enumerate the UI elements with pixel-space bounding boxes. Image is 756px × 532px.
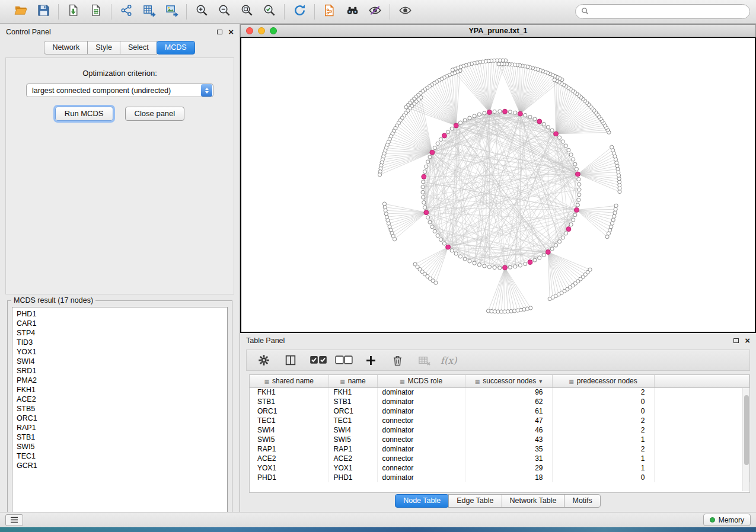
close-panel-button[interactable]: Close panel [125, 107, 185, 121]
share-document-button[interactable] [319, 3, 340, 21]
float-panel-icon[interactable] [217, 30, 222, 34]
table-toolbar: f(x) [246, 350, 750, 371]
table-row[interactable]: ACE2ACE2connector311 [250, 454, 749, 463]
list-item[interactable]: ACE2 [12, 395, 227, 404]
column-header-label: shared name [272, 377, 314, 385]
import-network-button[interactable] [63, 3, 84, 21]
table-row[interactable]: YOX1YOX1connector291 [250, 463, 749, 473]
sort-indicator-icon: ▾ [539, 378, 542, 384]
run-mcds-button[interactable]: Run MCDS [55, 107, 113, 121]
save-session-button[interactable] [33, 3, 54, 21]
apply-layout-button[interactable] [289, 3, 310, 21]
export-network-button[interactable] [116, 3, 137, 21]
table-row[interactable]: FKH1FKH1dominator962 [250, 387, 749, 397]
column-header-label: predecessor nodes [577, 377, 637, 385]
close-panel-icon[interactable]: × [228, 29, 234, 35]
tab-network-table[interactable]: Network Table [502, 494, 565, 508]
criterion-select[interactable]: largest connected component (undirected) [26, 84, 213, 97]
network-canvas[interactable] [240, 37, 756, 333]
zoom-selected-icon [263, 4, 276, 20]
close-table-panel-icon[interactable]: × [745, 338, 750, 344]
tab-mcds[interactable]: MCDS [157, 41, 195, 55]
list-item[interactable]: SWI4 [12, 357, 227, 366]
list-item[interactable]: ORC1 [12, 414, 227, 423]
list-item[interactable]: PMA2 [12, 376, 227, 385]
search-field-container [575, 4, 750, 19]
binoculars-button[interactable] [342, 3, 363, 21]
list-item[interactable]: SRD1 [12, 366, 227, 376]
mcds-result-list[interactable]: PHD1CAR1STP4TID3YOX1SWI4SRD1PMA2FKH1ACE2… [12, 307, 228, 515]
table-row[interactable]: RAP1RAP1dominator352 [250, 444, 749, 454]
main-toolbar [0, 0, 756, 24]
tab-select[interactable]: Select [120, 41, 157, 55]
table-row[interactable]: PHD1PHD1dominator180 [250, 473, 749, 482]
zoom-in-button[interactable] [191, 3, 212, 21]
list-item[interactable]: GCR1 [12, 461, 227, 470]
eye-button[interactable] [394, 3, 416, 21]
add-column-icon[interactable] [362, 352, 379, 368]
import-table-button[interactable] [85, 3, 107, 21]
column-header-MCDS-role[interactable]: ▦MCDS role [377, 375, 465, 387]
export-table-icon [142, 4, 156, 20]
table-scrollbar[interactable] [742, 388, 749, 491]
zoom-fit-button[interactable] [236, 3, 257, 21]
column-header-name[interactable]: ▦name [328, 375, 377, 387]
gear-icon[interactable] [255, 352, 273, 368]
open-file-button[interactable] [10, 3, 31, 21]
export-image-icon [165, 4, 178, 20]
import-network-icon [67, 4, 81, 20]
export-image-button[interactable] [161, 3, 182, 21]
list-item[interactable]: STB5 [12, 404, 227, 414]
save-session-icon [37, 4, 50, 20]
list-item[interactable]: STP4 [12, 328, 227, 338]
desktop-background [0, 527, 756, 532]
import-table-icon [90, 4, 103, 20]
table-row[interactable]: ORC1ORC1dominator610 [250, 406, 749, 416]
table-row[interactable]: TEC1TEC1connector472 [250, 416, 749, 425]
tab-style[interactable]: Style [87, 41, 120, 55]
float-table-panel-icon[interactable] [733, 338, 739, 343]
toggle-graphics-details-button[interactable] [364, 3, 385, 21]
network-window-titlebar[interactable]: YPA_prune.txt_1 [240, 24, 756, 37]
application-window: Control Panel × NetworkStyleSelectMCDS O… [0, 0, 756, 532]
table-panel-title: Table Panel [246, 336, 285, 345]
deselect-all-rows-icon[interactable] [335, 352, 353, 368]
search-icon [581, 7, 592, 17]
list-item[interactable]: SWI5 [12, 442, 227, 451]
memory-button[interactable]: Memory [703, 514, 751, 526]
trash-icon[interactable] [388, 352, 406, 368]
tab-edge-table[interactable]: Edge Table [448, 494, 502, 508]
zoom-out-button[interactable] [213, 3, 235, 21]
search-input[interactable] [592, 8, 744, 16]
list-item[interactable]: TEC1 [12, 451, 227, 461]
tab-node-table[interactable]: Node Table [395, 494, 449, 508]
list-item[interactable]: CAR1 [12, 319, 227, 328]
table-row[interactable]: STB1STB1dominator620 [250, 397, 749, 406]
select-all-rows-icon[interactable] [310, 352, 327, 368]
tab-network[interactable]: Network [44, 41, 88, 55]
column-header-label: successor nodes [483, 377, 536, 385]
export-table-button[interactable] [138, 3, 160, 21]
list-item[interactable]: TID3 [12, 338, 227, 347]
column-type-icon: ▦ [340, 379, 345, 384]
share-document-icon [323, 4, 337, 20]
column-header-shared-name[interactable]: ▦shared name [250, 375, 328, 387]
table-scrollbar-thumb[interactable] [744, 395, 749, 465]
show-panels-button[interactable] [5, 514, 23, 526]
table-row[interactable]: SWI5SWI5connector431 [250, 435, 749, 444]
column-header-filler [654, 375, 749, 387]
network-window-title: YPA_prune.txt_1 [241, 27, 755, 35]
list-item[interactable]: PHD1 [12, 309, 227, 319]
table-row[interactable]: SWI4SWI4dominator462 [250, 425, 749, 435]
columns-icon[interactable] [282, 352, 299, 368]
tab-motifs[interactable]: Motifs [564, 494, 600, 508]
function-builder-icon[interactable]: f(x) [441, 355, 457, 366]
delete-table-icon[interactable] [415, 352, 433, 368]
column-header-successor-nodes[interactable]: ▦successor nodes▾ [465, 375, 552, 387]
column-header-predecessor-nodes[interactable]: ▦predecessor nodes [552, 375, 654, 387]
list-item[interactable]: STB1 [12, 432, 227, 442]
list-item[interactable]: YOX1 [12, 347, 227, 357]
zoom-selected-button[interactable] [259, 3, 280, 21]
list-item[interactable]: FKH1 [12, 385, 227, 395]
list-item[interactable]: RAP1 [12, 423, 227, 432]
